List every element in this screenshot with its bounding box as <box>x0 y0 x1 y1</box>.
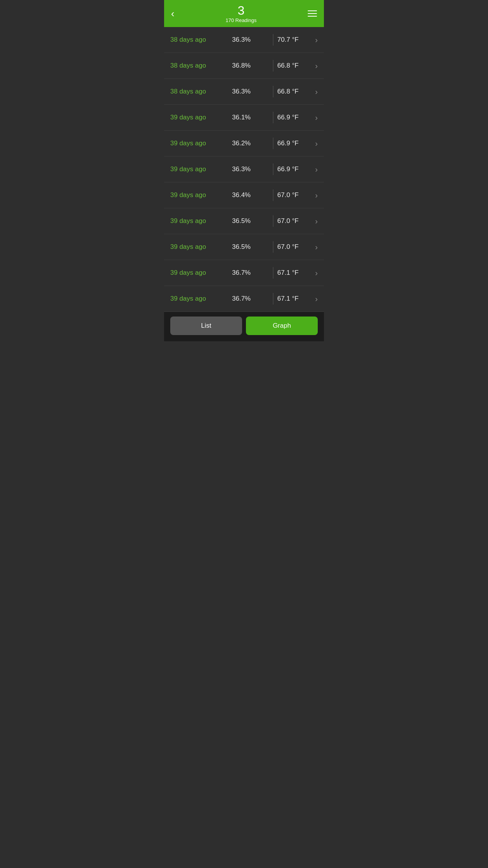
reading-divider <box>273 189 273 201</box>
reading-divider <box>273 293 273 305</box>
chevron-right-icon: › <box>315 139 318 148</box>
reading-row[interactable]: 38 days ago 36.3% 66.8 °F › <box>164 79 324 105</box>
reading-row[interactable]: 39 days ago 36.3% 66.9 °F › <box>164 157 324 182</box>
reading-time: 38 days ago <box>170 88 232 95</box>
bottom-bar: List Graph <box>164 312 324 341</box>
reading-time: 39 days ago <box>170 217 232 225</box>
reading-divider <box>273 86 273 97</box>
chevron-right-icon: › <box>315 61 318 70</box>
graph-button[interactable]: Graph <box>246 317 318 335</box>
reading-divider <box>273 34 273 46</box>
reading-row[interactable]: 39 days ago 36.5% 67.0 °F › <box>164 208 324 234</box>
reading-time: 39 days ago <box>170 165 232 173</box>
reading-divider <box>273 241 273 253</box>
reading-temp: 66.9 °F <box>277 165 312 173</box>
header-center: 3 170 Readings <box>175 4 308 23</box>
reading-divider <box>273 163 273 175</box>
reading-row[interactable]: 38 days ago 36.8% 66.8 °F › <box>164 53 324 79</box>
reading-humidity: 36.5% <box>232 243 269 251</box>
reading-time: 38 days ago <box>170 36 232 44</box>
reading-humidity: 36.7% <box>232 295 269 303</box>
reading-humidity: 36.2% <box>232 140 269 147</box>
chevron-right-icon: › <box>315 294 318 303</box>
chevron-right-icon: › <box>315 217 318 226</box>
menu-icon-line1 <box>308 10 317 11</box>
readings-list: 38 days ago 36.3% 70.7 °F › 38 days ago … <box>164 27 324 312</box>
reading-temp: 66.8 °F <box>277 62 312 70</box>
chevron-right-icon: › <box>315 269 318 277</box>
reading-humidity: 36.3% <box>232 36 269 44</box>
reading-divider <box>273 60 273 71</box>
header-number: 3 <box>175 4 308 17</box>
reading-time: 39 days ago <box>170 114 232 121</box>
reading-humidity: 36.3% <box>232 165 269 173</box>
app-header: ‹ 3 170 Readings <box>164 0 324 27</box>
chevron-right-icon: › <box>315 87 318 96</box>
reading-temp: 66.9 °F <box>277 140 312 147</box>
reading-row[interactable]: 39 days ago 36.2% 66.9 °F › <box>164 131 324 157</box>
reading-temp: 66.8 °F <box>277 88 312 95</box>
back-button[interactable]: ‹ <box>171 9 175 19</box>
reading-time: 39 days ago <box>170 243 232 251</box>
reading-humidity: 36.4% <box>232 191 269 199</box>
reading-temp: 67.0 °F <box>277 191 312 199</box>
chevron-right-icon: › <box>315 243 318 252</box>
menu-icon-line3 <box>308 16 317 17</box>
reading-humidity: 36.8% <box>232 62 269 70</box>
reading-time: 39 days ago <box>170 269 232 277</box>
list-button[interactable]: List <box>170 317 242 335</box>
reading-temp: 66.9 °F <box>277 114 312 121</box>
reading-time: 39 days ago <box>170 295 232 303</box>
reading-divider <box>273 215 273 227</box>
reading-divider <box>273 267 273 279</box>
reading-time: 39 days ago <box>170 191 232 199</box>
reading-humidity: 36.5% <box>232 217 269 225</box>
menu-button[interactable] <box>308 10 317 17</box>
reading-humidity: 36.7% <box>232 269 269 277</box>
reading-temp: 67.0 °F <box>277 217 312 225</box>
reading-divider <box>273 138 273 149</box>
reading-row[interactable]: 39 days ago 36.7% 67.1 °F › <box>164 260 324 286</box>
reading-row[interactable]: 39 days ago 36.4% 67.0 °F › <box>164 182 324 208</box>
chevron-right-icon: › <box>315 36 318 44</box>
reading-row[interactable]: 39 days ago 36.5% 67.0 °F › <box>164 234 324 260</box>
reading-row[interactable]: 39 days ago 36.7% 67.1 °F › <box>164 286 324 312</box>
reading-humidity: 36.3% <box>232 88 269 95</box>
reading-temp: 67.1 °F <box>277 295 312 303</box>
reading-humidity: 36.1% <box>232 114 269 121</box>
menu-icon-line2 <box>308 13 317 14</box>
reading-row[interactable]: 39 days ago 36.1% 66.9 °F › <box>164 105 324 131</box>
reading-time: 39 days ago <box>170 140 232 147</box>
chevron-right-icon: › <box>315 113 318 122</box>
reading-time: 38 days ago <box>170 62 232 70</box>
reading-temp: 67.1 °F <box>277 269 312 277</box>
chevron-right-icon: › <box>315 191 318 200</box>
reading-temp: 67.0 °F <box>277 243 312 251</box>
reading-temp: 70.7 °F <box>277 36 312 44</box>
reading-divider <box>273 112 273 123</box>
reading-row[interactable]: 38 days ago 36.3% 70.7 °F › <box>164 27 324 53</box>
chevron-right-icon: › <box>315 165 318 174</box>
header-subtitle: 170 Readings <box>175 17 308 23</box>
